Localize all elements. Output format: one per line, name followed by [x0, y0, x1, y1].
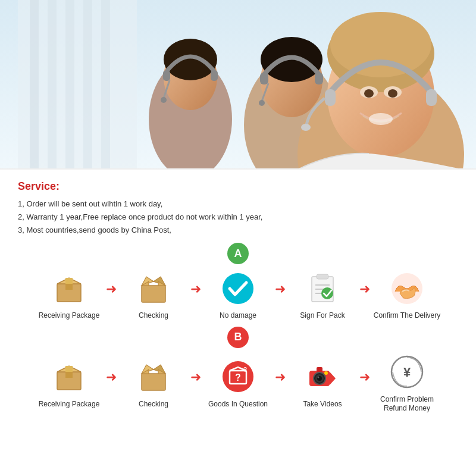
step-receive-a: Receiving Package — [33, 269, 105, 321]
icon-signpack — [303, 269, 342, 308]
step-question: ? ? Goods In Question — [202, 358, 274, 409]
arrow-4b: ➜ — [359, 369, 370, 385]
svg-point-13 — [161, 97, 167, 103]
workflow-b-label: B — [18, 327, 458, 348]
svg-rect-5 — [83, 0, 92, 170]
svg-point-28 — [388, 89, 397, 98]
icon-confirmdelivery — [388, 269, 427, 308]
svg-rect-10 — [163, 70, 170, 81]
svg-rect-55 — [65, 366, 73, 372]
svg-rect-2 — [30, 0, 39, 170]
svg-rect-6 — [101, 0, 110, 170]
svg-rect-30 — [426, 89, 437, 106]
icon-videos — [303, 358, 342, 396]
arrow-3b: ➜ — [275, 369, 286, 385]
svg-text:?: ? — [243, 367, 247, 373]
label-receive-a: Receiving Package — [39, 311, 100, 321]
workflow-a-label: A — [18, 243, 458, 264]
arrow-1a: ➜ — [106, 281, 117, 297]
step-check-b: Checking — [118, 358, 189, 409]
icon-nodamage — [219, 269, 258, 308]
svg-point-27 — [364, 89, 374, 98]
workflow-b-row: Receiving Package ➜ Checking ➜ — [18, 353, 458, 414]
step-receive-b: Receiving Package — [33, 358, 105, 409]
svg-point-32 — [369, 113, 393, 125]
step-confirmproblem: ¥ Confirm ProblemRefund Money — [371, 353, 443, 414]
label-check-a: Checking — [139, 311, 168, 321]
service-item-1: 1, Order will be sent out wihtin 1 work … — [18, 198, 458, 211]
svg-text:¥: ¥ — [403, 365, 411, 380]
svg-rect-38 — [142, 286, 165, 302]
svg-rect-18 — [315, 73, 323, 84]
label-signpack: Sign For Pack — [300, 311, 345, 321]
step-signpack: Sign For Pack — [287, 269, 358, 321]
svg-rect-70 — [317, 367, 322, 372]
svg-point-31 — [301, 124, 311, 131]
label-confirmdelivery: Confirm The Delivery — [374, 311, 440, 321]
step-confirmdelivery: Confirm The Delivery — [371, 269, 443, 321]
service-item-2: 2, Warranty 1 year,Free replace once pro… — [18, 211, 458, 224]
service-list: 1, Order will be sent out wihtin 1 work … — [18, 198, 458, 237]
service-title: Service: — [18, 180, 458, 193]
step-nodamage: No damage — [202, 269, 274, 321]
svg-rect-4 — [65, 0, 74, 170]
svg-point-24 — [330, 12, 431, 77]
icon-check-a — [134, 269, 173, 308]
label-a-circle: A — [227, 243, 249, 264]
workflow-b: B Receiving Package ➜ — [18, 327, 458, 414]
arrow-1b: ➜ — [106, 369, 117, 385]
svg-rect-29 — [325, 89, 336, 106]
label-question: Goods In Question — [208, 400, 268, 409]
arrow-2b: ➜ — [190, 369, 201, 385]
svg-point-72 — [324, 371, 328, 375]
label-check-b: Checking — [139, 400, 168, 409]
step-check-a: Checking — [118, 269, 189, 321]
icon-check-b — [134, 358, 173, 396]
arrow-4a: ➜ — [359, 281, 370, 297]
svg-text:?: ? — [235, 372, 241, 383]
label-confirmproblem: Confirm ProblemRefund Money — [380, 395, 434, 414]
label-nodamage: No damage — [220, 311, 256, 321]
icon-question: ? ? — [219, 358, 258, 396]
svg-rect-45 — [317, 274, 328, 279]
label-b-circle: B — [227, 327, 249, 348]
arrow-3a: ➜ — [275, 281, 286, 297]
workflow-a-row: Receiving Package ➜ Checking — [18, 269, 458, 321]
workflow-a: A Receiving Package ➜ — [18, 243, 458, 321]
step-videos: Take Videos — [287, 358, 358, 409]
hero-image — [0, 0, 476, 170]
content-area: Service: 1, Order will be sent out wihti… — [0, 170, 476, 422]
svg-point-9 — [164, 39, 217, 80]
svg-marker-71 — [330, 372, 336, 385]
svg-point-43 — [223, 273, 253, 304]
svg-rect-17 — [260, 73, 268, 84]
icon-receive-a — [50, 269, 89, 308]
service-item-3: 3, Most countries,send goods by China Po… — [18, 224, 458, 237]
icon-receive-b — [50, 358, 89, 396]
svg-rect-37 — [65, 284, 73, 287]
label-videos: Take Videos — [303, 400, 342, 409]
svg-point-20 — [259, 100, 265, 106]
svg-rect-36 — [65, 278, 73, 284]
arrow-2a: ➜ — [190, 281, 201, 297]
label-receive-b: Receiving Package — [39, 400, 100, 409]
svg-rect-3 — [48, 0, 57, 170]
svg-rect-54 — [65, 372, 73, 378]
svg-point-69 — [318, 377, 320, 378]
svg-rect-56 — [142, 374, 165, 390]
svg-rect-11 — [211, 70, 218, 81]
icon-confirmproblem: ¥ — [388, 353, 427, 392]
